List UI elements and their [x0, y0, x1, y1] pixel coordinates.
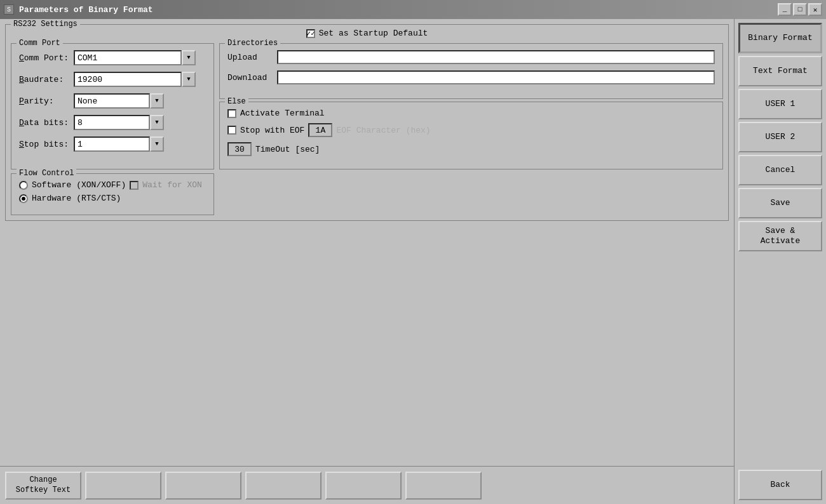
hardware-radio-row: Hardware (RTS/CTS)	[19, 194, 206, 203]
comm-port-label: Comm Port:	[19, 53, 70, 63]
stop-bits-select-wrapper: 1 2 ▼	[74, 136, 164, 152]
data-bits-label: Data bits:	[19, 118, 70, 128]
change-softkey-button[interactable]: Change Softkey Text	[5, 472, 81, 500]
stop-bits-label: Stop bits:	[19, 140, 70, 149]
software-label: Software (XON/XOFF)	[32, 180, 126, 190]
upload-input[interactable]	[277, 50, 715, 64]
stop-bits-dropdown-btn[interactable]: ▼	[150, 136, 164, 152]
cancel-button[interactable]: Cancel	[738, 155, 822, 185]
eof-hex-label: EOF Character (hex)	[336, 126, 430, 135]
lower-panels: Flow Control Software (XON/XOFF) Wait fo…	[11, 173, 723, 215]
right-spacer	[738, 254, 822, 467]
main-content: RS232 Settings ✓ Set as Startup Default …	[0, 19, 826, 504]
directories-group-label: Directories	[225, 39, 280, 48]
left-area: RS232 Settings ✓ Set as Startup Default …	[0, 19, 734, 504]
stop-with-eof-row: Stop with EOF EOF Character (hex)	[227, 123, 715, 137]
eof-value-input[interactable]	[308, 123, 332, 137]
hardware-label: Hardware (RTS/CTS)	[32, 194, 121, 203]
activate-terminal-row: Activate Terminal	[227, 109, 715, 118]
close-button[interactable]: ✕	[808, 3, 822, 16]
text-format-button[interactable]: Text Format	[738, 56, 822, 86]
startup-checkbox-row: ✓ Set as Startup Default	[11, 29, 723, 38]
stop-eof-label: Stop with EOF	[240, 126, 304, 135]
parity-select[interactable]: None Even Odd	[74, 93, 150, 109]
baudrate-select[interactable]: 9600 19200 38400 57600 115200	[74, 72, 182, 87]
right-panel: Binary Format Text Format USER 1 USER 2 …	[734, 19, 826, 504]
timeout-input[interactable]	[227, 142, 252, 156]
user1-button[interactable]: USER 1	[738, 89, 822, 119]
comm-port-group: Comm Port Comm Port: COM1 COM2 COM3 COM4…	[11, 43, 214, 169]
parity-row: Parity: None Even Odd ▼	[19, 93, 206, 109]
maximize-button[interactable]: □	[793, 3, 807, 16]
startup-checkbox[interactable]: ✓	[306, 29, 315, 38]
title-bar: S Parameters of Binary Format _ □ ✕	[0, 0, 826, 19]
rs232-group-label: RS232 Settings	[11, 20, 80, 29]
stop-bits-select[interactable]: 1 2	[74, 136, 150, 152]
software-radio[interactable]	[19, 181, 28, 190]
upload-label: Upload	[227, 53, 272, 62]
save-button[interactable]: Save	[738, 188, 822, 218]
download-label: Download	[227, 73, 272, 83]
upload-row: Upload	[227, 50, 715, 64]
save-activate-button[interactable]: Save & Activate	[738, 221, 822, 251]
baudrate-label: Baudrate:	[19, 75, 70, 84]
data-bits-select-wrapper: 7 8 ▼	[74, 115, 164, 130]
comm-port-dropdown-btn[interactable]: ▼	[182, 50, 196, 65]
title-buttons: _ □ ✕	[778, 3, 822, 16]
download-input[interactable]	[277, 70, 715, 84]
binary-format-button[interactable]: Binary Format	[738, 23, 822, 53]
comm-port-row: Comm Port: COM1 COM2 COM3 COM4 ▼	[19, 50, 206, 65]
comm-port-group-label: Comm Port	[17, 39, 63, 48]
flow-control-group: Flow Control Software (XON/XOFF) Wait fo…	[11, 173, 214, 215]
baudrate-row: Baudrate: 9600 19200 38400 57600 115200 …	[19, 72, 206, 87]
baudrate-dropdown-btn[interactable]: ▼	[182, 72, 196, 87]
software-radio-row: Software (XON/XOFF) Wait for XON	[19, 180, 206, 190]
comm-port-select-wrapper: COM1 COM2 COM3 COM4 ▼	[74, 50, 196, 65]
stop-bits-row: Stop bits: 1 2 ▼	[19, 136, 206, 152]
window-title: Parameters of Binary Format	[19, 5, 153, 15]
back-button[interactable]: Back	[738, 470, 822, 500]
user2-button[interactable]: USER 2	[738, 122, 822, 152]
flow-control-group-label: Flow Control	[17, 169, 76, 178]
startup-checkbox-label: Set as Startup Default	[319, 29, 428, 38]
rs232-settings-group: RS232 Settings ✓ Set as Startup Default …	[5, 24, 729, 221]
comm-port-select[interactable]: COM1 COM2 COM3 COM4	[74, 50, 182, 65]
bottom-bar: Change Softkey Text	[0, 466, 734, 504]
bottom-btn-4[interactable]	[245, 472, 322, 500]
stop-eof-checkbox[interactable]	[227, 126, 236, 135]
download-row: Download	[227, 70, 715, 84]
wait-xon-checkbox[interactable]	[130, 181, 139, 190]
wait-xon-label: Wait for XON	[142, 180, 202, 190]
timeout-row: TimeOut [sec]	[227, 142, 715, 156]
data-bits-select[interactable]: 7 8	[74, 115, 150, 130]
parity-dropdown-btn[interactable]: ▼	[150, 93, 164, 109]
else-group: Else Activate Terminal Stop with EOF EOF…	[219, 102, 723, 169]
hardware-radio[interactable]	[19, 194, 28, 203]
bottom-btn-5[interactable]	[325, 472, 402, 500]
else-group-label: Else	[225, 97, 248, 106]
data-bits-dropdown-btn[interactable]: ▼	[150, 115, 164, 130]
data-bits-row: Data bits: 7 8 ▼	[19, 115, 206, 130]
right-col: Directories Upload Download Else	[219, 43, 723, 169]
bottom-btn-3[interactable]	[165, 472, 241, 500]
parity-select-wrapper: None Even Odd ▼	[74, 93, 164, 109]
bottom-btn-6[interactable]	[405, 472, 482, 500]
upper-panels: Comm Port Comm Port: COM1 COM2 COM3 COM4…	[11, 43, 723, 169]
bottom-btn-2[interactable]	[85, 472, 161, 500]
minimize-button[interactable]: _	[778, 3, 792, 16]
directories-group: Directories Upload Download	[219, 43, 723, 99]
activate-terminal-checkbox[interactable]	[227, 109, 236, 118]
timeout-label: TimeOut [sec]	[255, 145, 320, 154]
activate-terminal-label: Activate Terminal	[240, 109, 325, 118]
app-icon: S	[4, 4, 14, 15]
baudrate-select-wrapper: 9600 19200 38400 57600 115200 ▼	[74, 72, 196, 87]
parity-label: Parity:	[19, 96, 70, 106]
